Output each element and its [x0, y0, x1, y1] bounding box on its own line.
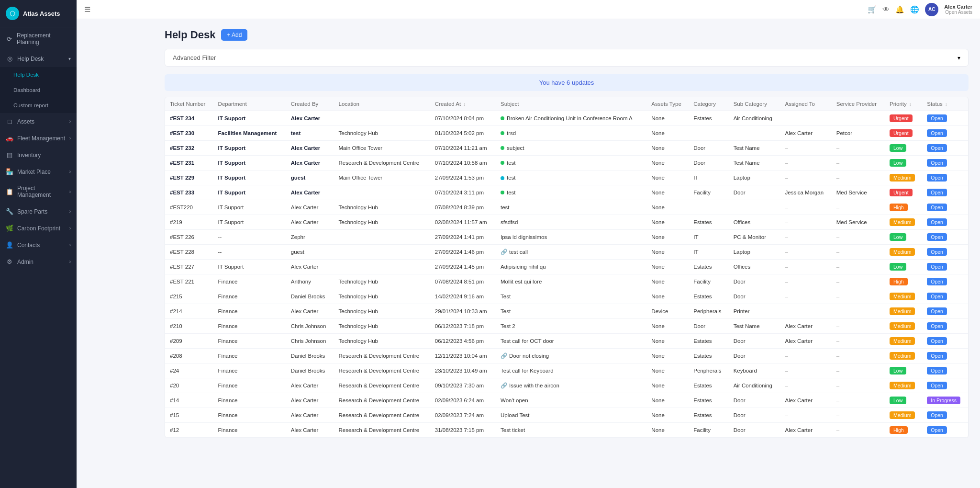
status-dot: [501, 116, 504, 120]
filter-label: Advanced Filter: [173, 54, 216, 61]
cell-assigned-to: –: [780, 274, 832, 289]
col-assets-type: Assets Type: [646, 97, 689, 111]
cell-sub-category: Door: [729, 393, 780, 408]
filter-bar[interactable]: Advanced Filter ▾: [165, 49, 969, 67]
cell-priority: High: [885, 423, 922, 438]
sidebar-item-project-management[interactable]: 📋 Project Management ›: [0, 180, 77, 203]
table-row[interactable]: #210 Finance Chris Johnson Technology Hu…: [165, 319, 968, 334]
table-row[interactable]: #209 Finance Chris Johnson Technology Hu…: [165, 334, 968, 349]
cell-subject: Test call for Keyboard: [496, 363, 646, 378]
table-row[interactable]: #EST 227 IT Support Alex Carter 27/09/20…: [165, 260, 968, 274]
cell-assets-type: Device: [646, 304, 689, 319]
cell-assets-type: None: [646, 245, 689, 260]
sidebar-item-helpdesk-sub[interactable]: Help Desk: [0, 67, 77, 82]
cell-assets-type: None: [646, 408, 689, 423]
priority-badge: Urgent: [890, 129, 913, 137]
chevron-down-icon[interactable]: ▾: [958, 55, 960, 61]
cell-department: Finance: [213, 349, 286, 363]
table-row[interactable]: #20 Finance Alex Carter Research & Devel…: [165, 378, 968, 393]
sidebar-label: Contacts: [17, 242, 40, 249]
table-row[interactable]: #EST 232 IT Support Alex Carter Main Off…: [165, 141, 968, 156]
cart-icon[interactable]: 🛒: [868, 5, 877, 14]
cell-assets-type: None: [646, 289, 689, 304]
sidebar-item-spare-parts[interactable]: 🔧 Spare Parts ›: [0, 203, 77, 220]
status-badge: Open: [927, 114, 947, 122]
user-subtitle: Open Assets: [944, 10, 972, 15]
cell-created-at: 06/12/2023 7:18 pm: [430, 319, 496, 334]
cell-sub-category: Offices: [729, 260, 780, 274]
globe-icon[interactable]: 🌐: [910, 5, 919, 14]
cell-priority: Medium: [885, 334, 922, 349]
sidebar-item-dashboard[interactable]: Dashboard: [0, 82, 77, 98]
table-row[interactable]: #EST 230 Facilities Management test Tech…: [165, 126, 968, 141]
table-row[interactable]: #EST220 IT Support Alex Carter Technolog…: [165, 200, 968, 215]
contacts-icon: 👤: [6, 241, 13, 249]
col-priority: Priority ↕: [885, 97, 922, 111]
cell-sub-category: [729, 200, 780, 215]
table-row[interactable]: #EST 228 -- guest 27/09/2024 1:46 pm 🔗te…: [165, 245, 968, 260]
cell-service-provider: –: [832, 111, 885, 126]
table-row[interactable]: #14 Finance Alex Carter Research & Devel…: [165, 393, 968, 408]
priority-badge: Medium: [890, 352, 915, 360]
cell-service-provider: –: [832, 408, 885, 423]
status-badge: Open: [927, 337, 947, 345]
table-row[interactable]: #EST 231 IT Support Alex Carter Research…: [165, 156, 968, 170]
avatar[interactable]: AC: [925, 3, 938, 16]
cell-sub-category: Door: [729, 274, 780, 289]
sidebar-item-carbon-footprint[interactable]: 🌿 Carbon Footprint ›: [0, 220, 77, 237]
sidebar-item-help-desk[interactable]: ◎ Help Desk ▾: [0, 50, 77, 67]
table-row[interactable]: #208 Finance Daniel Brooks Research & De…: [165, 349, 968, 363]
cell-priority: Low: [885, 393, 922, 408]
cell-status: Open: [922, 319, 968, 334]
cell-location: Technology Hub: [334, 126, 430, 141]
chevron-right-icon: ›: [69, 209, 71, 214]
eye-icon[interactable]: 👁: [882, 5, 890, 13]
table-row[interactable]: #215 Finance Daniel Brooks Technology Hu…: [165, 289, 968, 304]
sidebar-item-admin[interactable]: ⚙ Admin ›: [0, 253, 77, 270]
cell-created-by: Alex Carter: [286, 141, 334, 156]
table-row[interactable]: #EST 233 IT Support Alex Carter 07/10/20…: [165, 185, 968, 200]
cell-created-at: 02/08/2024 11:57 am: [430, 215, 496, 230]
add-button[interactable]: + Add: [221, 29, 247, 41]
table-row[interactable]: #214 Finance Alex Carter Technology Hub …: [165, 304, 968, 319]
table-row[interactable]: #EST 221 Finance Anthony Technology Hub …: [165, 274, 968, 289]
table-row[interactable]: #24 Finance Daniel Brooks Research & Dev…: [165, 363, 968, 378]
table-row[interactable]: #EST 229 IT Support guest Main Office To…: [165, 170, 968, 185]
sidebar-item-inventory[interactable]: ▤ Inventory: [0, 147, 77, 163]
sidebar-label: Spare Parts: [17, 208, 47, 215]
cell-category: Estates: [689, 393, 728, 408]
cell-assets-type: None: [646, 170, 689, 185]
cell-service-provider: –: [832, 156, 885, 170]
table-row[interactable]: #219 IT Support Alex Carter Technology H…: [165, 215, 968, 230]
sidebar-item-market-place[interactable]: 🏪 Market Place ›: [0, 163, 77, 180]
cell-subject: Won't open: [496, 393, 646, 408]
helpdesk-submenu: Help Desk Dashboard Custom report: [0, 67, 77, 113]
table-row[interactable]: #EST 226 -- Zephr 27/09/2024 1:41 pm Ips…: [165, 230, 968, 245]
table-row[interactable]: #15 Finance Alex Carter Research & Devel…: [165, 408, 968, 423]
col-created-at: Created At ↕: [430, 97, 496, 111]
sidebar-item-fleet-management[interactable]: 🚗 Fleet Management ›: [0, 130, 77, 147]
priority-badge: Low: [890, 367, 906, 375]
table-row[interactable]: #12 Finance Alex Carter Research & Devel…: [165, 423, 968, 438]
cell-department: IT Support: [213, 215, 286, 230]
subject-text: Test: [501, 294, 511, 299]
sidebar-item-custom-report[interactable]: Custom report: [0, 98, 77, 113]
cell-created-by: Alex Carter: [286, 423, 334, 438]
cell-category: Estates: [689, 408, 728, 423]
cell-department: --: [213, 245, 286, 260]
sidebar-item-contacts[interactable]: 👤 Contacts ›: [0, 237, 77, 253]
sidebar-item-assets[interactable]: ◻ Assets ›: [0, 113, 77, 130]
helpdesk-icon: ◎: [6, 55, 13, 62]
cell-subject: test: [496, 200, 646, 215]
cell-category: Door: [689, 319, 728, 334]
cell-location: Research & Development Centre: [334, 156, 430, 170]
sidebar-item-replacement-planning[interactable]: ⟳ Replacement Planning: [0, 27, 77, 50]
cell-created-by: Alex Carter: [286, 111, 334, 126]
bell-icon[interactable]: 🔔: [895, 5, 904, 14]
cell-service-provider: –: [832, 378, 885, 393]
cell-ticket: #24: [165, 363, 213, 378]
menu-icon[interactable]: ☰: [84, 5, 90, 14]
table-row[interactable]: #EST 234 IT Support Alex Carter 07/10/20…: [165, 111, 968, 126]
table-container: Ticket Number Department Created By Loca…: [165, 97, 969, 438]
cell-created-by: Alex Carter: [286, 185, 334, 200]
